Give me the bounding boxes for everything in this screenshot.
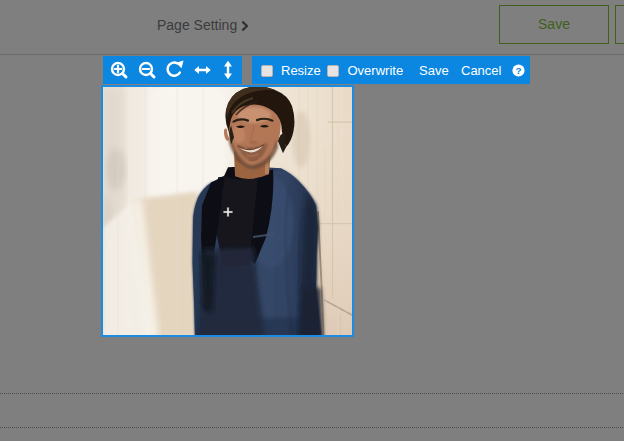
svg-text:?: ? — [515, 64, 521, 75]
